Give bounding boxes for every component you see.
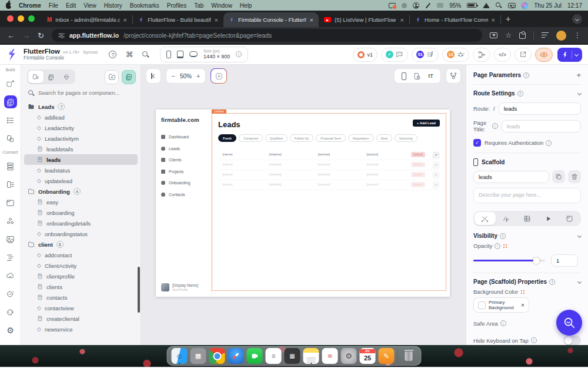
dock-trash-icon[interactable]	[401, 348, 417, 364]
dock-reminders-icon[interactable]	[266, 348, 282, 364]
tab-pages-and-components[interactable]	[28, 71, 44, 83]
add-folder-button[interactable]	[105, 70, 119, 84]
canvas-phone-icon[interactable]	[402, 72, 406, 80]
set-from-variable-icon[interactable]	[503, 244, 508, 248]
add-page-button[interactable]	[122, 70, 136, 84]
dock-chrome-icon[interactable]	[209, 348, 225, 364]
minimize-window-button[interactable]	[18, 15, 24, 22]
siri-icon[interactable]	[522, 2, 528, 9]
cast-icon[interactable]	[490, 32, 497, 38]
collapse-section-icon[interactable]	[577, 280, 582, 284]
clear-color-icon[interactable]	[521, 302, 524, 309]
tree-item-leadstatus[interactable]: leadstatus	[24, 165, 138, 175]
tab-actions[interactable]	[475, 212, 496, 225]
tree-item-leads[interactable]: leads	[24, 154, 138, 165]
dock-calendar-icon[interactable]: JUL25	[360, 348, 376, 364]
tab-pages[interactable]	[44, 71, 59, 83]
control-center-icon[interactable]	[508, 3, 516, 8]
dock-safari-icon[interactable]	[228, 348, 244, 364]
tab-firmtable-console[interactable]: Firmtable Console - FlutterFl	[223, 12, 319, 27]
tab-animations[interactable]	[496, 212, 517, 225]
help-button[interactable]	[107, 49, 119, 61]
device-size-selector[interactable]: Size (px) 1440 × 900	[160, 47, 248, 62]
rail-cloud-functions-button[interactable]	[4, 269, 17, 282]
collapse-section-icon[interactable]	[577, 234, 582, 238]
support-search-fab[interactable]	[556, 310, 582, 336]
dock-notes-icon[interactable]	[303, 348, 319, 364]
close-window-button[interactable]	[7, 15, 14, 22]
tree-item-onboardingdetails[interactable]: onboardingdetails	[24, 218, 138, 228]
menu-window[interactable]: Window	[211, 2, 232, 9]
wifi-icon[interactable]	[483, 3, 490, 8]
dock-pages-icon[interactable]	[379, 348, 395, 364]
copy-widget-button[interactable]	[552, 170, 565, 183]
page-description-input[interactable]	[473, 188, 581, 203]
tab-backend-query[interactable]	[517, 212, 538, 225]
view-code-button[interactable]: </>	[494, 48, 511, 62]
route-input[interactable]	[499, 102, 581, 115]
tree-folder-client[interactable]: client8	[24, 239, 138, 250]
zoom-in-button[interactable]	[196, 72, 200, 79]
tree-item-clientprofile[interactable]: clientprofile	[24, 271, 138, 281]
tree-item-clientactivity[interactable]: ClientActivity	[24, 260, 138, 271]
rail-data-types-button[interactable]	[4, 114, 17, 127]
tree-item-onboardingstatus[interactable]: onboardingstatus	[24, 228, 138, 239]
tree-item-createcliental[interactable]: createcliental	[24, 313, 138, 324]
tab-close-icon[interactable]	[400, 16, 404, 24]
background-color-swatch[interactable]: Primary Background	[473, 297, 529, 313]
rail-integrations-button[interactable]	[4, 214, 17, 227]
site-settings-icon[interactable]	[58, 33, 65, 38]
tab-ff-community[interactable]: Home - FlutterFlow Communi	[410, 12, 500, 27]
menu-history[interactable]: History	[104, 2, 122, 9]
sidebar-search[interactable]	[21, 87, 141, 101]
issues-button[interactable]: 14	[442, 48, 469, 62]
dock-system-settings-icon[interactable]	[341, 348, 357, 364]
tool-icon[interactable]	[425, 2, 431, 8]
menubar-time[interactable]: 12:17	[567, 2, 582, 9]
rail-api-calls-button[interactable]	[4, 287, 17, 300]
tree-folder-onboarding[interactable]: Onboarding4	[24, 186, 138, 197]
bookmark-star-icon[interactable]	[505, 31, 512, 39]
tree-item-clients[interactable]: clients	[24, 281, 138, 292]
address-bar[interactable]: app.flutterflow.io/project/console-kjhfe…	[52, 29, 482, 42]
dock-launchpad-icon[interactable]	[191, 348, 206, 364]
dock-finder-icon[interactable]	[172, 348, 188, 364]
tab-close-icon[interactable]	[215, 16, 218, 24]
rail-media-assets-button[interactable]	[4, 233, 17, 246]
tree-item-newservice[interactable]: newservice	[24, 324, 138, 334]
extensions-icon[interactable]	[519, 32, 526, 39]
delete-widget-button[interactable]	[568, 170, 581, 183]
tree-folder-leads[interactable]: Leads7	[24, 101, 138, 112]
tree-item-updatelead[interactable]: updatelead	[24, 175, 138, 186]
browser-profile-avatar[interactable]	[556, 31, 566, 41]
menu-chrome[interactable]: Chrome	[19, 2, 41, 9]
set-from-variable-icon[interactable]	[520, 290, 526, 294]
page-title-input[interactable]	[502, 120, 581, 132]
tab-close-icon[interactable]	[310, 16, 313, 24]
hide-keyboard-toggle[interactable]	[563, 336, 581, 345]
desktop-icon[interactable]	[189, 51, 198, 57]
scaffold-name-input[interactable]	[473, 171, 549, 183]
project-health-button[interactable]	[381, 48, 408, 62]
menu-bookmarks[interactable]: Bookmarks	[130, 2, 159, 9]
phone-icon[interactable]	[166, 51, 171, 58]
menu-profiles[interactable]: Profiles	[167, 2, 186, 9]
tree-item-leaddetails[interactable]: leaddetails	[24, 144, 138, 154]
open-app-button[interactable]	[514, 48, 532, 62]
text-scale-icon[interactable]	[428, 73, 433, 79]
tablet-icon[interactable]	[177, 51, 183, 58]
apple-menu-icon[interactable]	[6, 2, 11, 9]
menu-view[interactable]: View	[83, 2, 96, 9]
canvas-variables-button[interactable]	[211, 68, 227, 84]
reload-button[interactable]	[38, 32, 44, 39]
dock-calculator-icon[interactable]	[285, 348, 300, 364]
rail-components-button[interactable]	[4, 132, 17, 145]
tab-flutterflow-home[interactable]: FlutterFlow - Build beautiful,	[133, 12, 223, 27]
reading-list-icon[interactable]	[542, 32, 549, 38]
browser-menu-icon[interactable]	[574, 31, 581, 39]
search-input[interactable]	[38, 89, 126, 96]
menu-edit[interactable]: Edit	[66, 2, 76, 9]
page-canvas-preview[interactable]: firmtable.com Dashboard Leads Clients Pr…	[156, 110, 450, 297]
tab-documentation[interactable]	[559, 212, 580, 225]
branch-selector[interactable]: v1	[353, 48, 377, 62]
